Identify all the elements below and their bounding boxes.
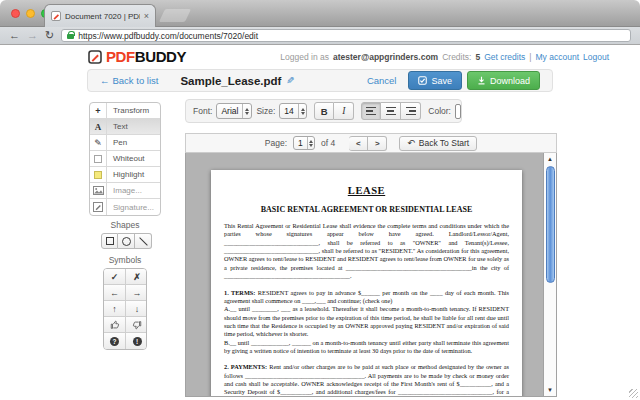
stepper-icon <box>298 104 307 118</box>
tool-pen-label: Pen <box>107 135 127 150</box>
shape-square-button[interactable] <box>101 233 118 249</box>
size-select[interactable]: 14 <box>279 103 307 119</box>
save-button[interactable]: Save <box>408 71 462 90</box>
download-icon <box>477 76 486 85</box>
symbols-grid: ✓ ✗ ← → ↑ ↓ ? ! <box>103 268 147 350</box>
symbol-check-button[interactable]: ✓ <box>104 269 126 285</box>
plus-icon: + <box>90 103 107 118</box>
address-bar[interactable]: https://www.pdfbuddy.com/documents/7020/… <box>61 29 631 42</box>
tab-close-icon[interactable]: × <box>144 12 149 21</box>
pdfbuddy-logo[interactable]: PDFBUDDY <box>88 48 186 65</box>
italic-button[interactable]: I <box>334 102 354 120</box>
page-number-stepper[interactable]: 1 <box>293 136 315 150</box>
reload-icon[interactable]: ↻ <box>45 30 54 41</box>
tool-text[interactable]: A Text <box>90 119 160 135</box>
scroll-up-icon[interactable]: ▲ <box>544 155 556 164</box>
image-icon <box>90 183 107 198</box>
cross-icon: ✗ <box>133 272 141 282</box>
align-right-button[interactable] <box>401 102 421 120</box>
next-page-button[interactable]: > <box>368 136 387 151</box>
tool-list: + Transform A Text ✎ Pen Whiteout Highli… <box>89 102 161 216</box>
browser-tab-bar: Document 7020 | PDF Bud × <box>0 0 640 27</box>
cancel-link[interactable]: Cancel <box>367 75 397 86</box>
doc-paragraph: B.__ until ____________, ______ on a mon… <box>224 339 509 356</box>
back-to-start-label: Back To Start <box>419 138 469 148</box>
rename-pencil-icon[interactable]: ✎ <box>286 75 294 86</box>
symbol-arrow-right-button[interactable]: → <box>126 285 147 301</box>
white-square-icon <box>90 151 107 166</box>
bold-button[interactable]: B <box>314 102 334 120</box>
tool-text-label: Text <box>107 119 128 134</box>
browser-tab[interactable]: Document 7020 | PDF Bud × <box>44 4 156 27</box>
symbol-question-button[interactable]: ? <box>104 333 126 349</box>
size-label: Size: <box>256 106 275 116</box>
tool-signature-label: Signature... <box>107 199 154 215</box>
symbol-thumbs-up-button[interactable] <box>104 317 126 333</box>
page-navigation-bar: Page: 1 of 4 < > ↶ Back To Start <box>185 133 557 153</box>
prev-page-button[interactable]: < <box>349 136 368 151</box>
document-filename: Sample_Lease.pdf <box>180 75 281 87</box>
pdf-page[interactable]: LEASE BASIC RENTAL AGREEMENT OR RESIDENT… <box>211 170 522 397</box>
back-icon[interactable]: ← <box>9 30 20 41</box>
pdf-canvas-area[interactable]: LEASE BASIC RENTAL AGREEMENT OR RESIDENT… <box>185 153 557 397</box>
forward-icon[interactable]: → <box>27 30 38 41</box>
logout-link[interactable]: Logout <box>583 52 609 62</box>
window-resize-grip[interactable] <box>629 389 638 398</box>
symbol-arrow-left-button[interactable]: ← <box>104 285 126 301</box>
size-select-value: 14 <box>284 106 293 116</box>
symbol-exclamation-button[interactable]: ! <box>126 333 147 349</box>
back-to-list-link[interactable]: ← Back to list <box>100 75 158 86</box>
exclamation-badge-icon: ! <box>133 337 142 346</box>
back-to-start-button[interactable]: ↶ Back To Start <box>399 136 477 151</box>
circle-icon <box>122 237 131 246</box>
back-arrow-icon: ← <box>100 75 110 86</box>
symbol-arrow-down-button[interactable]: ↓ <box>126 301 147 317</box>
new-tab-button[interactable] <box>159 9 191 22</box>
align-center-button[interactable] <box>381 102 401 120</box>
get-credits-link[interactable]: Get credits <box>484 52 525 62</box>
viewer-scrollbar[interactable]: ▲ ▼ <box>543 153 556 397</box>
stepper-icon <box>307 137 314 149</box>
logo-text: PDFBUDDY <box>106 48 186 65</box>
font-select-value: Arial <box>221 106 238 116</box>
symbol-thumbs-down-button[interactable] <box>126 317 147 333</box>
signature-icon <box>90 199 107 215</box>
tool-transform-label: Transform <box>107 103 149 118</box>
symbol-cross-button[interactable]: ✗ <box>126 269 147 285</box>
shape-circle-button[interactable] <box>118 233 135 249</box>
tool-highlight[interactable]: Highlight <box>90 167 160 183</box>
my-account-link[interactable]: My account <box>536 52 579 62</box>
square-icon <box>106 237 114 245</box>
url-text: https://www.pdfbuddy.com/documents/7020/… <box>78 31 258 41</box>
download-button[interactable]: Download <box>467 71 540 90</box>
doc-title: LEASE <box>224 185 509 196</box>
align-center-icon <box>386 107 396 116</box>
tab-title: Document 7020 | PDF Bud <box>65 12 140 21</box>
page-number-value: 1 <box>298 138 303 148</box>
tool-signature[interactable]: Signature... <box>90 199 160 215</box>
tool-pen[interactable]: ✎ Pen <box>90 135 160 151</box>
color-label: Color: <box>428 106 451 116</box>
color-swatch[interactable] <box>455 104 461 119</box>
window-minimize-button[interactable] <box>26 9 35 18</box>
download-button-label: Download <box>490 76 530 86</box>
symbol-arrow-up-button[interactable]: ↑ <box>104 301 126 317</box>
doc-paragraph: 2. PAYMENTS: Rent and/or other charges a… <box>224 363 509 397</box>
font-label: Font: <box>193 106 212 116</box>
document-viewer: Page: 1 of 4 < > ↶ Back To Start LEASE B… <box>185 133 557 397</box>
session-info: Logged in as atester@appgrinders.com Cre… <box>280 52 609 62</box>
tool-image-label: Image... <box>107 183 142 198</box>
shape-line-button[interactable] <box>135 233 152 249</box>
back-to-list-label: Back to list <box>113 75 159 86</box>
align-left-button[interactable] <box>361 102 381 120</box>
window-close-button[interactable] <box>11 9 20 18</box>
pdfbuddy-favicon <box>51 11 61 21</box>
scroll-down-icon[interactable]: ▼ <box>544 386 556 395</box>
tool-image[interactable]: Image... <box>90 183 160 199</box>
tool-transform[interactable]: + Transform <box>90 103 160 119</box>
scrollbar-thumb[interactable] <box>546 166 555 283</box>
check-icon: ✓ <box>111 272 119 282</box>
tool-whiteout[interactable]: Whiteout <box>90 151 160 167</box>
user-email: atester@appgrinders.com <box>333 52 438 62</box>
font-select[interactable]: Arial <box>216 103 252 119</box>
